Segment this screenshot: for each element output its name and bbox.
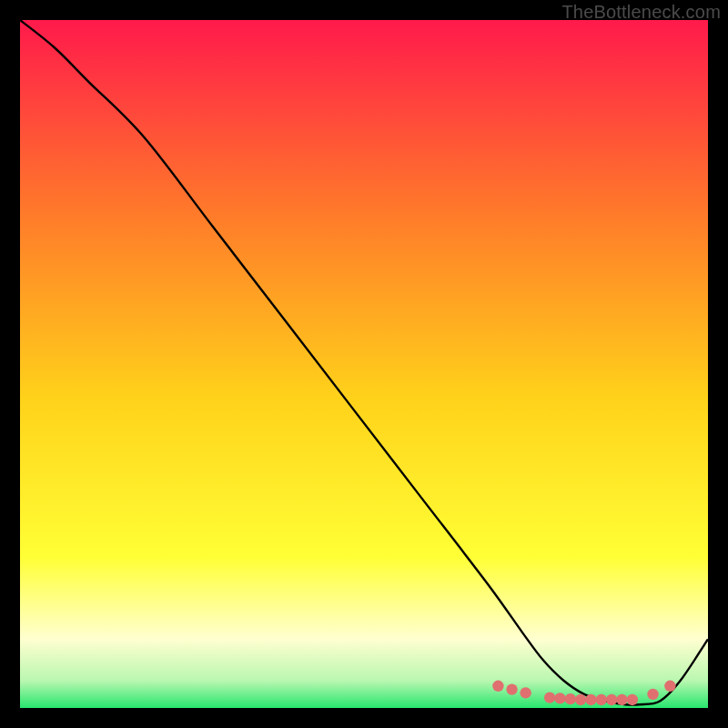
chart-background-gradient bbox=[20, 20, 708, 708]
svg-rect-0 bbox=[20, 20, 708, 708]
chart-frame: TheBottleneck.com bbox=[0, 0, 728, 728]
chart-plot-area bbox=[20, 20, 708, 708]
attribution-label: TheBottleneck.com bbox=[561, 2, 721, 23]
